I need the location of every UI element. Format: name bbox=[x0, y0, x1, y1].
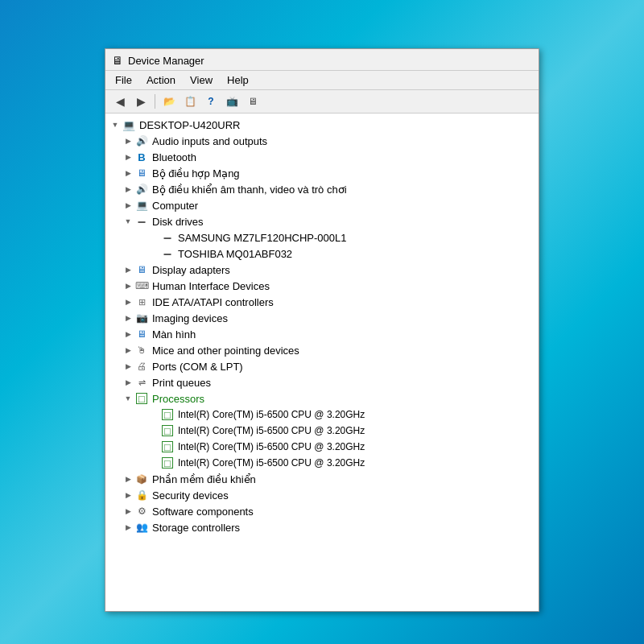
expander-mice[interactable]: ▶ bbox=[122, 344, 134, 357]
expander-disk1[interactable] bbox=[147, 231, 160, 244]
expander-imaging[interactable]: ▶ bbox=[122, 312, 134, 324]
expander-cpu1[interactable] bbox=[147, 408, 160, 421]
icon-cpu2: □ bbox=[160, 423, 175, 438]
expander-bluetooth[interactable]: ▶ bbox=[122, 151, 134, 163]
window-icon: 🖥 bbox=[112, 54, 123, 67]
expander-cpu3[interactable] bbox=[147, 440, 160, 453]
icon-root: 💻 bbox=[122, 118, 136, 132]
menu-action[interactable]: Action bbox=[140, 72, 182, 88]
tree-item-disk2[interactable]: —TOSHIBA MQ01ABF032 bbox=[105, 246, 539, 262]
expander-monitor[interactable]: ▶ bbox=[122, 328, 134, 341]
expander-software-ctrl[interactable]: ▶ bbox=[122, 473, 134, 485]
label-cpu3: Intel(R) Core(TM) i5-6500 CPU @ 3.20GHz bbox=[178, 441, 365, 452]
properties-button[interactable]: 📋 bbox=[180, 93, 200, 110]
icon-disk1: — bbox=[160, 230, 175, 245]
menu-help[interactable]: Help bbox=[221, 72, 255, 88]
expander-root[interactable]: ▼ bbox=[109, 118, 122, 131]
icon-imaging: 📷 bbox=[134, 311, 149, 325]
tree-item-monitor[interactable]: ▶🖥Màn hình bbox=[105, 326, 539, 342]
label-processors: Processors bbox=[152, 393, 204, 405]
tree-item-mice[interactable]: ▶🖱Mice and other pointing devices bbox=[105, 342, 539, 358]
expander-print[interactable]: ▶ bbox=[122, 376, 134, 389]
label-hid: Human Interface Devices bbox=[152, 280, 270, 292]
tree-item-storage[interactable]: ▶👥Storage controllers bbox=[105, 519, 539, 535]
tree-item-root[interactable]: ▼💻DESKTOP-U420URR bbox=[105, 117, 539, 133]
tree-item-disk1[interactable]: —SAMSUNG MZ7LF120HCHP-000L1 bbox=[105, 229, 539, 246]
label-sound: Bộ điều khiển âm thanh, video và trò chơ… bbox=[152, 184, 347, 196]
icon-print: ⇌ bbox=[134, 375, 149, 390]
expander-cpu2[interactable] bbox=[147, 424, 160, 437]
expander-ide[interactable]: ▶ bbox=[122, 295, 134, 308]
label-security: Security devices bbox=[152, 489, 229, 502]
tree-item-computer[interactable]: ▶💻Computer bbox=[105, 197, 539, 213]
label-bluetooth: Bluetooth bbox=[152, 151, 196, 163]
label-cpu4: Intel(R) Core(TM) i5-6500 CPU @ 3.20GHz bbox=[178, 457, 365, 469]
tree-item-cpu1[interactable]: □Intel(R) Core(TM) i5-6500 CPU @ 3.20GHz bbox=[105, 407, 539, 423]
expander-network[interactable]: ▶ bbox=[122, 167, 134, 180]
expander-hid[interactable]: ▶ bbox=[122, 279, 134, 292]
label-storage: Storage controllers bbox=[152, 522, 240, 534]
expander-ports[interactable]: ▶ bbox=[122, 360, 134, 373]
tree-item-print[interactable]: ▶⇌Print queues bbox=[105, 374, 539, 390]
tree-item-cpu3[interactable]: □Intel(R) Core(TM) i5-6500 CPU @ 3.20GHz bbox=[105, 439, 539, 455]
icon-network: 🖥 bbox=[134, 166, 149, 180]
tree-item-display[interactable]: ▶🖥Display adapters bbox=[105, 262, 539, 278]
label-imaging: Imaging devices bbox=[152, 312, 228, 324]
toolbar-separator-1 bbox=[155, 94, 155, 109]
tree-item-security[interactable]: ▶🔒Security devices bbox=[105, 487, 539, 503]
forward-button[interactable]: ▶ bbox=[131, 93, 151, 110]
icon-disk2: — bbox=[160, 246, 175, 261]
expander-cpu4[interactable] bbox=[147, 456, 160, 469]
icon-ide: ⊞ bbox=[134, 295, 149, 309]
open-properties-button[interactable]: 📂 bbox=[159, 93, 179, 110]
icon-cpu4: □ bbox=[160, 456, 175, 470]
label-root: DESKTOP-U420URR bbox=[139, 119, 240, 131]
back-button[interactable]: ◀ bbox=[110, 93, 130, 110]
label-computer: Computer bbox=[152, 200, 198, 212]
expander-audio[interactable]: ▶ bbox=[122, 134, 134, 147]
tree-item-software-ctrl[interactable]: ▶📦Phần mềm điều khiển bbox=[105, 471, 539, 487]
label-ports: Ports (COM & LPT) bbox=[152, 361, 243, 373]
icon-bluetooth: B bbox=[134, 150, 149, 164]
icon-sound: 🔊 bbox=[134, 182, 149, 196]
tree-item-disk[interactable]: ▼—Disk drives bbox=[105, 213, 539, 229]
expander-processors[interactable]: ▼ bbox=[122, 392, 134, 405]
tree-item-cpu4[interactable]: □Intel(R) Core(TM) i5-6500 CPU @ 3.20GHz bbox=[105, 455, 539, 471]
menu-bar: File Action View Help bbox=[105, 71, 539, 90]
update-driver-button[interactable]: 📺 bbox=[222, 93, 242, 110]
tree-item-network[interactable]: ▶🖥Bộ điều hợp Mạng bbox=[105, 165, 539, 181]
label-sw-components: Software components bbox=[152, 506, 254, 518]
help-button[interactable]: ? bbox=[201, 93, 221, 110]
expander-display[interactable]: ▶ bbox=[122, 263, 134, 276]
tree-item-cpu2[interactable]: □Intel(R) Core(TM) i5-6500 CPU @ 3.20GHz bbox=[105, 423, 539, 439]
icon-ports: 🖨 bbox=[134, 359, 149, 374]
icon-disk: — bbox=[134, 214, 149, 229]
expander-disk[interactable]: ▼ bbox=[122, 215, 134, 228]
icon-cpu1: □ bbox=[160, 407, 175, 422]
tree-item-imaging[interactable]: ▶📷Imaging devices bbox=[105, 310, 539, 326]
icon-storage: 👥 bbox=[134, 520, 149, 535]
tree-item-hid[interactable]: ▶⌨Human Interface Devices bbox=[105, 278, 539, 294]
tree-item-bluetooth[interactable]: ▶BBluetooth bbox=[105, 149, 539, 165]
expander-sound[interactable]: ▶ bbox=[122, 183, 134, 196]
expander-security[interactable]: ▶ bbox=[122, 489, 134, 502]
tree-item-sound[interactable]: ▶🔊Bộ điều khiển âm thanh, video và trò c… bbox=[105, 181, 539, 197]
expander-disk2[interactable] bbox=[147, 247, 160, 260]
expander-storage[interactable]: ▶ bbox=[122, 521, 134, 534]
tree-item-processors[interactable]: ▼□Processors bbox=[105, 390, 539, 407]
label-disk1: SAMSUNG MZ7LF120HCHP-000L1 bbox=[178, 232, 347, 244]
expander-computer[interactable]: ▶ bbox=[122, 199, 134, 212]
menu-file[interactable]: File bbox=[109, 72, 138, 88]
screen-button[interactable]: 🖥 bbox=[243, 93, 262, 110]
expander-sw-components[interactable]: ▶ bbox=[122, 505, 134, 518]
device-tree: ▼💻DESKTOP-U420URR▶🔊Audio inputs and outp… bbox=[105, 114, 539, 611]
icon-sw-components: ⚙ bbox=[134, 504, 149, 518]
tree-item-audio[interactable]: ▶🔊Audio inputs and outputs bbox=[105, 133, 539, 149]
toolbar: ◀ ▶ 📂 📋 ? 📺 🖥 bbox=[105, 90, 539, 114]
tree-item-ports[interactable]: ▶🖨Ports (COM & LPT) bbox=[105, 358, 539, 374]
menu-view[interactable]: View bbox=[184, 72, 219, 88]
icon-monitor: 🖥 bbox=[134, 327, 149, 341]
tree-item-ide[interactable]: ▶⊞IDE ATA/ATAPI controllers bbox=[105, 294, 539, 310]
label-print: Print queues bbox=[152, 377, 211, 389]
tree-item-sw-components[interactable]: ▶⚙Software components bbox=[105, 503, 539, 519]
